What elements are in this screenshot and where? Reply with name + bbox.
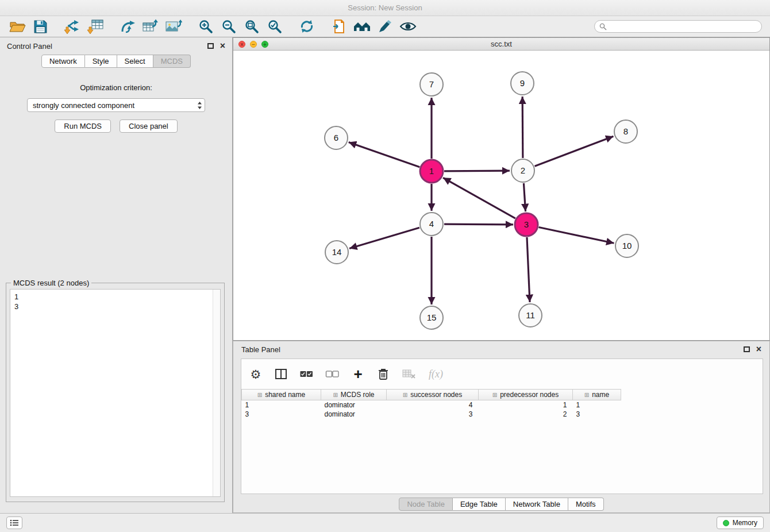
table-cell[interactable]: 1	[242, 400, 321, 410]
columns-icon	[275, 369, 287, 379]
graph-edge-2-3[interactable]	[523, 183, 525, 211]
result-scrollbar[interactable]	[213, 290, 220, 496]
home-pages-button[interactable]	[352, 17, 372, 36]
graph-edge-3-11[interactable]	[527, 237, 530, 302]
table-settings-button[interactable]: ⚙	[249, 365, 262, 383]
network-arrows-button[interactable]	[117, 17, 138, 36]
zoom-selected-icon	[267, 19, 282, 34]
tab-motifs[interactable]: Motifs	[568, 498, 604, 511]
style-brush-button[interactable]	[375, 17, 395, 36]
select-all-columns-button[interactable]	[300, 365, 313, 383]
column-grid-icon: ⊞	[584, 392, 589, 398]
graph-node-label: 15	[427, 313, 437, 322]
column-header-shared-name[interactable]: ⊞shared name	[242, 390, 321, 400]
graph-node-label: 6	[334, 133, 338, 142]
table-cell[interactable]: 2	[479, 410, 573, 419]
float-panel-icon[interactable]	[207, 43, 214, 49]
graph-edge-3-10[interactable]	[539, 228, 614, 244]
minimize-window-button[interactable]: −	[250, 41, 257, 48]
graph-node-label: 8	[623, 126, 628, 136]
graph-edge-4-14[interactable]	[349, 228, 419, 248]
zoom-out-button[interactable]	[218, 17, 239, 36]
zoom-fit-button[interactable]	[241, 17, 262, 36]
table-tabs: Node Table Edge Table Network Table Moti…	[233, 498, 769, 511]
graph-node-label: 7	[429, 79, 434, 89]
delete-table-icon	[402, 369, 416, 379]
eye-icon	[399, 20, 417, 33]
control-panel-header: Control Panel ×	[0, 37, 232, 55]
table-cell[interactable]: 3	[387, 410, 479, 419]
tab-style[interactable]: Style	[85, 55, 117, 68]
zoom-in-button[interactable]	[195, 17, 216, 36]
create-column-button[interactable]: +	[352, 365, 364, 383]
graph-edge-2-8[interactable]	[535, 136, 614, 166]
show-columns-button[interactable]	[275, 365, 287, 383]
tab-network-table[interactable]: Network Table	[506, 498, 568, 511]
export-table-button[interactable]	[140, 17, 161, 36]
table-cell[interactable]: 4	[387, 400, 479, 410]
import-network-button[interactable]	[62, 17, 83, 36]
column-header-successor-nodes[interactable]: ⊞successor nodes	[387, 390, 479, 400]
table-cell[interactable]: 1	[479, 400, 573, 410]
unchecked-boxes-icon	[326, 371, 339, 378]
close-table-panel-icon[interactable]: ×	[756, 345, 761, 354]
table-row[interactable]: 1dominator411	[242, 400, 621, 410]
unselect-all-columns-button[interactable]	[326, 365, 339, 383]
toolbar-search-field[interactable]	[594, 20, 762, 33]
delete-table-button[interactable]	[402, 365, 416, 383]
graph-node-label: 4	[429, 219, 434, 229]
table-cell[interactable]: dominator	[321, 410, 387, 419]
zoom-window-button[interactable]: +	[261, 41, 268, 48]
graph-node-label: 2	[521, 165, 525, 175]
mcds-result-lines: 1 3	[10, 290, 213, 496]
window-titlebar[interactable]: Session: New Session	[0, 0, 770, 16]
network-canvas[interactable]: 7968124314101511	[233, 51, 769, 340]
export-image-button[interactable]	[163, 17, 184, 36]
save-floppy-icon	[33, 20, 48, 34]
graph-edge-1-6[interactable]	[349, 142, 420, 167]
document-icon	[332, 19, 346, 34]
close-window-button[interactable]: ×	[238, 41, 245, 48]
search-input[interactable]	[610, 22, 757, 30]
close-panel-button[interactable]: Close panel	[120, 119, 178, 133]
function-builder-button[interactable]: f(x)	[429, 365, 443, 383]
task-history-button[interactable]	[6, 516, 22, 529]
table-cell[interactable]: 3	[573, 410, 621, 419]
tab-edge-table[interactable]: Edge Table	[453, 498, 506, 511]
save-session-button[interactable]	[30, 17, 51, 36]
delete-column-button[interactable]	[377, 365, 390, 383]
graph-edge-3-1[interactable]	[443, 178, 515, 218]
column-header-predecessor-nodes[interactable]: ⊞predecessor nodes	[479, 390, 573, 400]
network-window-titlebar[interactable]: scc.txt × − +	[233, 38, 769, 51]
zoom-in-icon	[198, 19, 213, 34]
tab-select[interactable]: Select	[117, 55, 153, 68]
tab-mcds[interactable]: MCDS	[153, 55, 191, 68]
import-table-button[interactable]	[85, 17, 106, 36]
table-cell[interactable]: 3	[242, 410, 321, 419]
table-cell[interactable]: dominator	[321, 400, 387, 410]
tab-network[interactable]: Network	[41, 55, 85, 68]
table-row[interactable]: 3dominator323	[242, 410, 621, 419]
graph-edge-4-3[interactable]	[444, 224, 513, 225]
table-cell[interactable]: 1	[573, 400, 621, 410]
show-hide-view-button[interactable]	[398, 17, 418, 36]
open-document-button[interactable]	[329, 17, 349, 36]
table-panel-title: Table Panel	[241, 345, 280, 354]
column-header-MCDS-role[interactable]: ⊞MCDS role	[321, 390, 387, 400]
memory-button[interactable]: Memory	[717, 516, 764, 529]
mcds-buttons-row: Run MCDS Close panel	[0, 119, 232, 133]
close-panel-icon[interactable]: ×	[220, 41, 225, 51]
graph-edge-1-2[interactable]	[444, 171, 510, 171]
column-grid-icon: ⊞	[257, 392, 262, 398]
tab-node-table[interactable]: Node Table	[399, 498, 453, 511]
column-header-name[interactable]: ⊞name	[573, 390, 621, 400]
open-file-button[interactable]	[7, 17, 28, 36]
run-mcds-button[interactable]: Run MCDS	[55, 119, 111, 133]
float-table-panel-icon[interactable]	[744, 346, 750, 352]
network-graph[interactable]: 7968124314101511	[233, 51, 769, 340]
graph-edge-2-9[interactable]	[522, 97, 523, 158]
refresh-view-button[interactable]	[297, 17, 317, 36]
zoom-selected-button[interactable]	[264, 17, 285, 36]
mcds-result-box[interactable]: 1 3	[10, 289, 221, 497]
optimization-criterion-select[interactable]: strongly connected component	[27, 98, 205, 112]
